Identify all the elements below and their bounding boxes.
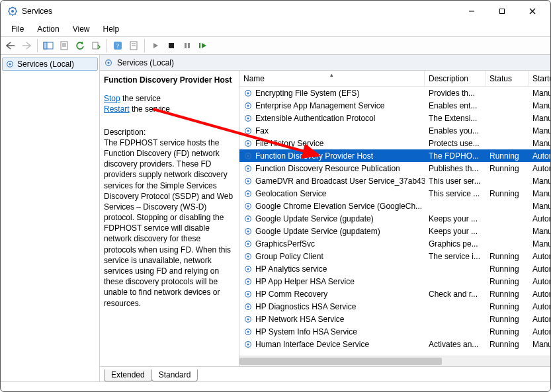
service-name-text: Geolocation Service: [255, 189, 326, 198]
cell-startup: Manual (: [529, 139, 550, 148]
table-row[interactable]: HP Diagnostics HSA ServiceRunningAutomat: [239, 300, 550, 313]
table-row[interactable]: File History ServiceProtects use...Manua…: [239, 137, 550, 149]
column-name[interactable]: Name▴: [239, 71, 425, 86]
svg-rect-15: [44, 42, 47, 49]
table-row[interactable]: Function Discovery Provider HostThe FDPH…: [239, 149, 550, 162]
description-label: Description:: [104, 127, 233, 137]
menu-action[interactable]: Action: [30, 23, 65, 35]
pause-service-button[interactable]: [180, 38, 194, 53]
table-row[interactable]: Group Policy ClientThe service i...Runni…: [239, 250, 550, 262]
view-tabs: Extended Standard: [100, 367, 550, 381]
statusbar: [1, 382, 550, 391]
cell-status: Running: [486, 264, 529, 274]
service-name-text: HP Diagnostics HSA Service: [255, 302, 357, 311]
stop-link[interactable]: Stop: [104, 94, 120, 103]
service-name-text: Encrypting File System (EFS): [255, 89, 359, 98]
maximize-button[interactable]: [487, 1, 517, 22]
properties-toolbar-button[interactable]: [57, 38, 71, 53]
help-button[interactable]: ?: [110, 38, 125, 53]
menu-file[interactable]: File: [5, 23, 30, 35]
tab-standard[interactable]: Standard: [151, 370, 198, 381]
table-row[interactable]: Encrypting File System (EFS)Provides th.…: [239, 87, 550, 99]
service-actions: Stop the service Restart the service: [104, 93, 233, 114]
export-list-button[interactable]: [89, 38, 103, 53]
gear-icon: [243, 114, 253, 123]
service-name-text: Function Discovery Provider Host: [255, 151, 373, 161]
start-service-button[interactable]: [148, 38, 163, 53]
table-row[interactable]: Geolocation ServiceThis service ...Runni…: [239, 187, 550, 200]
table-row[interactable]: GraphicsPerfSvcGraphics pe...Manual (: [239, 237, 550, 250]
body: Services (Local) Services (Local) Funct: [1, 55, 550, 382]
cell-name: Google Update Service (gupdatem): [239, 227, 425, 236]
table-row[interactable]: FaxEnables you...Manual: [239, 124, 550, 137]
table-row[interactable]: Function Discovery Resource PublicationP…: [239, 162, 550, 175]
minimize-button[interactable]: [456, 1, 487, 22]
list-rows[interactable]: Encrypting File System (EFS)Provides th.…: [239, 87, 550, 356]
restart-link[interactable]: Restart: [104, 104, 130, 114]
table-row[interactable]: HP System Info HSA ServiceRunningAutomat: [239, 325, 550, 338]
table-row[interactable]: Enterprise App Management ServiceEnables…: [239, 99, 550, 112]
horizontal-scrollbar[interactable]: [239, 356, 550, 366]
cell-status: Running: [486, 302, 529, 311]
console-tree[interactable]: Services (Local): [1, 55, 100, 381]
column-status[interactable]: Status: [486, 71, 529, 86]
gear-icon: [243, 227, 253, 236]
split: Function Discovery Provider Host Stop th…: [100, 71, 550, 367]
cell-startup: Manual (: [529, 340, 550, 349]
table-row[interactable]: Google Chrome Elevation Service (GoogleC…: [239, 200, 550, 212]
table-row[interactable]: HP Network HSA ServiceRunningAutomat: [239, 313, 550, 325]
cell-status: Running: [486, 277, 529, 286]
show-hide-tree-button[interactable]: [41, 38, 56, 53]
cell-status: Running: [486, 252, 529, 261]
back-button[interactable]: [3, 38, 18, 53]
column-startup[interactable]: Startup Ty: [529, 71, 550, 86]
table-row[interactable]: GameDVR and Broadcast User Service_37ab4…: [239, 175, 550, 187]
cell-description: This user ser...: [425, 176, 486, 186]
cell-startup: Manual: [529, 126, 550, 136]
scrollbar-thumb[interactable]: [239, 358, 442, 365]
gear-icon: [243, 126, 253, 136]
forward-button[interactable]: [19, 38, 34, 53]
cell-name: Google Chrome Elevation Service (GoogleC…: [239, 202, 425, 211]
cell-name: HP App Helper HSA Service: [239, 277, 425, 286]
gear-icon: [243, 176, 253, 186]
cell-status: Running: [486, 340, 529, 349]
gear-icon: [243, 302, 253, 311]
cell-name: GameDVR and Broadcast User Service_37ab4…: [239, 176, 425, 186]
table-row[interactable]: Google Update Service (gupdate)Keeps you…: [239, 212, 550, 225]
service-list: Name▴ Description Status Startup Ty Encr…: [239, 71, 550, 366]
gear-icon: [243, 164, 253, 173]
menu-help[interactable]: Help: [97, 23, 126, 35]
cell-name: Group Policy Client: [239, 252, 425, 261]
svg-point-44: [247, 142, 249, 144]
stop-service-button[interactable]: [164, 38, 179, 53]
restart-suffix: the service: [130, 104, 170, 114]
cell-startup: Automat: [529, 252, 550, 261]
service-name-text: Group Policy Client: [255, 252, 323, 261]
toolbar: ?: [1, 36, 550, 55]
gear-icon: [243, 264, 253, 274]
table-row[interactable]: Google Update Service (gupdatem)Keeps yo…: [239, 225, 550, 237]
table-row[interactable]: Extensible Authentication ProtocolThe Ex…: [239, 112, 550, 124]
stop-suffix: the service: [120, 94, 161, 103]
table-row[interactable]: Human Interface Device ServiceActivates …: [239, 338, 550, 350]
svg-point-76: [247, 343, 249, 345]
tree-item-services-local[interactable]: Services (Local): [2, 58, 98, 71]
tab-extended[interactable]: Extended: [104, 370, 152, 381]
cell-name: Fax: [239, 126, 425, 136]
svg-point-68: [247, 293, 249, 295]
table-row[interactable]: HP App Helper HSA ServiceRunningAutomat: [239, 275, 550, 288]
properties-button-2[interactable]: [126, 38, 141, 53]
close-button[interactable]: [517, 1, 548, 22]
restart-service-button[interactable]: [196, 38, 210, 53]
table-row[interactable]: HP Comm RecoveryCheck and r...RunningAut…: [239, 288, 550, 300]
column-description[interactable]: Description: [425, 71, 486, 86]
cell-startup: Automat: [529, 164, 550, 173]
gear-icon: [243, 340, 253, 349]
cell-name: Encrypting File System (EFS): [239, 89, 425, 98]
refresh-button[interactable]: [73, 38, 87, 53]
menu-view[interactable]: View: [66, 23, 97, 35]
cell-name: GraphicsPerfSvc: [239, 239, 425, 249]
table-row[interactable]: HP Analytics serviceRunningAutomat: [239, 262, 550, 275]
cell-description: Provides th...: [425, 89, 486, 98]
